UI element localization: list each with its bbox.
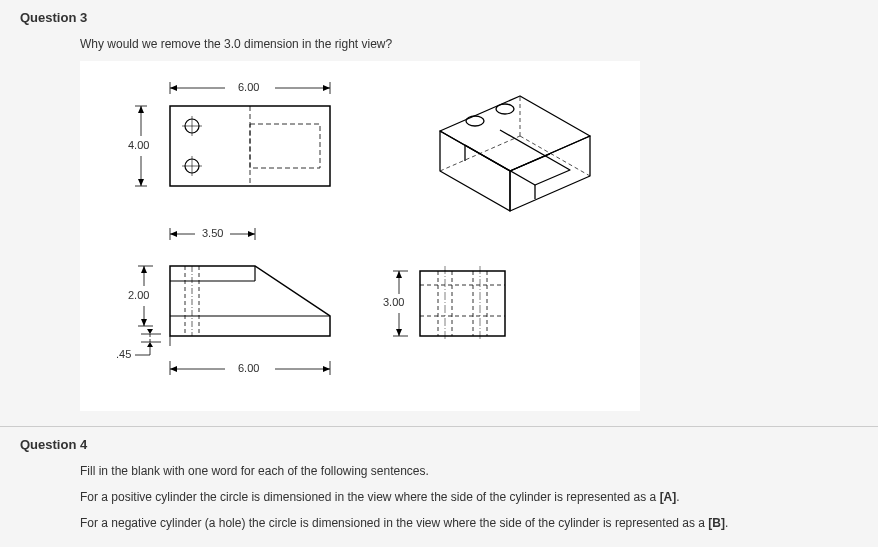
dim-front-ledge-label: .45 [116,348,131,360]
svg-marker-24 [248,231,255,237]
svg-marker-12 [323,85,330,91]
q4-sentence-a: For a positive cylinder the circle is di… [80,490,858,504]
svg-marker-41 [147,329,153,334]
svg-rect-2 [250,124,320,168]
svg-marker-66 [396,271,402,278]
question-3-title: Question 3 [20,10,858,25]
q4-sentence-a-text: For a positive cylinder the circle is di… [80,490,660,504]
q4-sentence-b: For a negative cylinder (a hole) the cir… [80,516,858,530]
question-3-body: Why would we remove the 3.0 dimension in… [20,37,858,411]
question-4: Question 4 Fill in the blank with one wo… [0,427,878,547]
svg-marker-70 [440,131,510,211]
q4-sentence-a-end: . [676,490,679,504]
question-3: Question 3 Why would we remove the 3.0 d… [0,0,878,426]
top-view [150,96,350,196]
q4-blank-a[interactable]: [A] [660,490,677,504]
question-4-body: Fill in the blank with one word for each… [20,464,858,530]
q4-blank-b[interactable]: [B] [708,516,725,530]
svg-line-77 [510,154,550,171]
svg-line-78 [440,136,520,171]
svg-marker-23 [170,231,177,237]
svg-rect-55 [420,271,505,336]
svg-marker-37 [141,266,147,273]
svg-marker-11 [170,85,177,91]
dim-right-height-label: 3.00 [383,296,404,308]
right-view [410,266,520,346]
engineering-drawing: 6.00 4.00 3.50 [80,61,640,411]
dim-mid-width-label: 3.50 [202,227,223,239]
dim-front-width-label: 6.00 [238,362,259,374]
svg-marker-71 [440,96,590,171]
svg-marker-67 [396,329,402,336]
q4-sentence-b-end: . [725,516,728,530]
dim-top-height-label: 4.00 [128,139,149,151]
svg-marker-51 [170,366,177,372]
front-view [165,256,345,351]
svg-marker-17 [138,106,144,113]
svg-marker-52 [323,366,330,372]
svg-line-80 [520,136,590,176]
svg-point-75 [466,116,484,126]
svg-marker-43 [147,342,153,347]
svg-marker-38 [141,319,147,326]
isometric-view [420,81,620,221]
dim-front-ledge [135,329,165,357]
svg-marker-72 [510,136,590,211]
question-4-title: Question 4 [20,437,858,452]
q4-instructions: Fill in the blank with one word for each… [80,464,858,478]
dim-front-height-label: 2.00 [128,289,149,301]
q4-sentence-b-text: For a negative cylinder (a hole) the cir… [80,516,708,530]
svg-marker-18 [138,179,144,186]
svg-marker-27 [170,266,330,336]
dim-top-width-label: 6.00 [238,81,259,93]
question-3-prompt: Why would we remove the 3.0 dimension in… [80,37,858,51]
svg-point-76 [496,104,514,114]
